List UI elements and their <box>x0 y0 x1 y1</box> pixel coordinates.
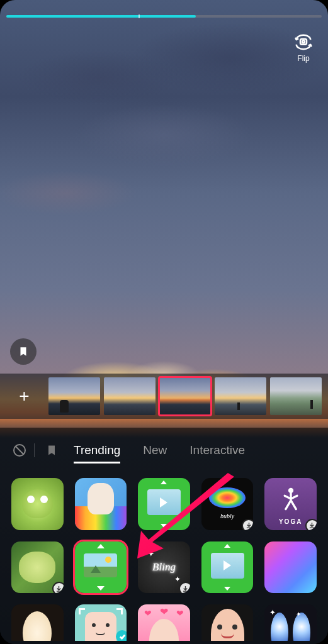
effect-egg-face[interactable] <box>11 604 64 641</box>
effects-tab-bar: Trending New Interactive <box>0 435 328 465</box>
ban-icon <box>12 443 27 458</box>
effect-hearts-face[interactable]: ❤ ❤ ❤ <box>138 604 190 641</box>
camera-viewport: Flip + <box>0 0 328 644</box>
effect-green-screen-video[interactable] <box>138 478 190 530</box>
add-clip-button[interactable]: + <box>4 377 45 415</box>
download-icon <box>179 582 190 593</box>
effect-green-screen-video-2[interactable] <box>201 541 254 594</box>
clip-thumbnail[interactable] <box>270 377 322 415</box>
sky-clouds <box>0 0 328 386</box>
effect-green-screen-photo[interactable] <box>75 541 127 594</box>
clip-thumbnail-selected[interactable] <box>159 377 211 415</box>
effects-grid-row3: ❤ ❤ ❤ ✦ ✦ <box>0 604 328 641</box>
download-icon <box>52 582 64 593</box>
effect-bald-face[interactable] <box>201 604 254 641</box>
effect-bubly[interactable]: bubly <box>201 478 254 530</box>
download-icon <box>305 519 317 530</box>
no-effect-button[interactable] <box>9 443 30 458</box>
recording-progress-track <box>6 15 322 18</box>
effect-square-face[interactable] <box>75 604 127 641</box>
tab-new[interactable]: New <box>132 443 178 457</box>
flip-camera-button[interactable]: Flip <box>294 33 313 63</box>
bookmark-button[interactable] <box>10 338 37 365</box>
clip-thumbnail[interactable] <box>215 377 266 415</box>
effects-panel: Trending New Interactive <box>0 428 328 644</box>
effect-yoga[interactable]: YOGA <box>264 478 317 530</box>
bookmark-icon <box>18 346 29 357</box>
tab-interactive[interactable]: Interactive <box>178 443 256 457</box>
effect-dragon[interactable] <box>11 478 64 530</box>
svg-point-1 <box>302 40 305 43</box>
effect-bling[interactable]: Bling ✦ ✦ <box>138 541 190 594</box>
clip-thumbnail-strip: + <box>0 374 328 419</box>
effect-gradient[interactable] <box>264 541 317 594</box>
effect-jungle[interactable] <box>11 541 64 594</box>
svg-line-3 <box>16 447 23 454</box>
progress-segment-marker <box>139 14 140 18</box>
clip-thumbnail[interactable] <box>104 377 156 415</box>
effect-hand-rainbow[interactable] <box>75 478 127 530</box>
saved-effects-tab[interactable] <box>41 444 62 457</box>
effects-grid: bubly YOGA Bling <box>0 478 328 593</box>
clip-thumbnail[interactable] <box>48 377 100 415</box>
check-icon <box>116 630 127 641</box>
bookmark-icon <box>45 444 58 457</box>
tab-trending[interactable]: Trending <box>62 443 132 457</box>
recording-progress-fill <box>6 15 196 18</box>
flip-label: Flip <box>297 54 309 63</box>
download-icon <box>242 519 253 530</box>
effect-sparkle-eyes[interactable]: ✦ ✦ <box>264 604 317 641</box>
flip-icon <box>294 33 313 52</box>
